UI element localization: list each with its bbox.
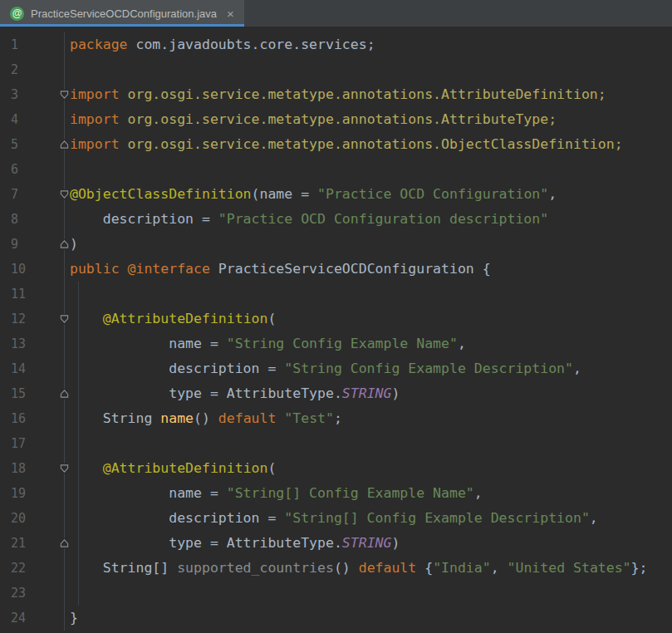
close-tab-icon[interactable]: ×	[227, 7, 234, 20]
line-number[interactable]: 4	[11, 112, 18, 127]
line-number[interactable]: 12	[11, 312, 26, 326]
line-number[interactable]: 24	[11, 611, 26, 626]
code-text[interactable]: @ObjectClassDefinition(name = "Practice …	[65, 182, 557, 207]
code-line[interactable]: 7@ObjectClassDefinition(name = "Practice…	[0, 182, 672, 207]
fold-end-icon[interactable]	[59, 140, 70, 150]
line-number[interactable]: 23	[11, 586, 26, 601]
gutter-cell[interactable]: 16	[0, 406, 65, 431]
gutter-cell[interactable]: 19	[0, 481, 65, 506]
line-number[interactable]: 3	[11, 87, 18, 102]
code-text[interactable]: import org.osgi.service.metatype.annotat…	[65, 132, 623, 157]
gutter-cell[interactable]: 1	[0, 32, 65, 57]
gutter-cell[interactable]: 7	[0, 182, 65, 207]
code-editor[interactable]: 1package com.javadoubts.core.services;23…	[0, 27, 672, 633]
gutter-cell[interactable]: 10	[0, 257, 65, 282]
line-number[interactable]: 6	[11, 162, 18, 177]
code-text[interactable]	[65, 157, 70, 182]
code-line[interactable]: 4import org.osgi.service.metatype.annota…	[0, 107, 672, 132]
gutter-cell[interactable]: 17	[0, 431, 65, 456]
gutter-cell[interactable]: 6	[0, 157, 65, 182]
code-line[interactable]: 3import org.osgi.service.metatype.annota…	[0, 82, 672, 107]
code-text[interactable]: String[] supported_countries() default {…	[65, 556, 647, 581]
line-number[interactable]: 9	[11, 237, 18, 252]
line-number[interactable]: 17	[11, 436, 26, 451]
code-text[interactable]: }	[65, 606, 78, 631]
code-line[interactable]: 11	[0, 282, 672, 307]
gutter-cell[interactable]: 13	[0, 331, 65, 356]
gutter-cell[interactable]: 23	[0, 581, 65, 606]
code-text[interactable]: public @interface PracticeServiceOCDConf…	[65, 257, 491, 282]
gutter-cell[interactable]: 15	[0, 381, 65, 406]
gutter-cell[interactable]: 21	[0, 531, 65, 556]
code-line[interactable]: 6	[0, 157, 672, 182]
code-text[interactable]: import org.osgi.service.metatype.annotat…	[65, 82, 606, 107]
gutter-cell[interactable]: 5	[0, 132, 65, 157]
fold-end-icon[interactable]	[59, 389, 70, 400]
line-number[interactable]: 18	[11, 461, 26, 476]
gutter-cell[interactable]: 22	[0, 556, 65, 581]
code-line[interactable]: 22 String[] supported_countries() defaul…	[0, 556, 672, 581]
line-number[interactable]: 14	[11, 361, 26, 376]
line-number[interactable]: 15	[11, 386, 26, 401]
code-line[interactable]: 2	[0, 57, 672, 82]
code-line[interactable]: 20 description = "String[] Config Exampl…	[0, 506, 672, 531]
line-number[interactable]: 21	[11, 536, 26, 551]
fold-end-icon[interactable]	[59, 538, 70, 549]
code-text[interactable]: description = "String[] Config Example D…	[65, 506, 598, 531]
code-line[interactable]: 5import org.osgi.service.metatype.annota…	[0, 132, 672, 157]
gutter-cell[interactable]: 9	[0, 232, 65, 257]
code-text[interactable]: type = AttributeType.STRING)	[65, 531, 400, 556]
code-text[interactable]	[65, 57, 70, 82]
gutter-cell[interactable]: 20	[0, 506, 65, 531]
gutter-cell[interactable]: 11	[0, 282, 65, 307]
gutter-cell[interactable]: 3	[0, 82, 65, 107]
code-text[interactable]	[65, 282, 70, 307]
code-line[interactable]: 17	[0, 431, 672, 456]
line-number[interactable]: 1	[11, 37, 18, 52]
fold-end-icon[interactable]	[59, 239, 70, 250]
gutter-cell[interactable]: 18	[0, 456, 65, 481]
line-number[interactable]: 11	[11, 287, 26, 302]
line-number[interactable]: 2	[11, 62, 18, 77]
code-text[interactable]	[65, 431, 70, 456]
code-line[interactable]: 10public @interface PracticeServiceOCDCo…	[0, 257, 672, 282]
tab-practice-service-ocd-configuration[interactable]: @ PracticeServiceOCDConfiguration.java ×	[0, 0, 244, 27]
fold-start-icon[interactable]	[59, 189, 70, 200]
line-number[interactable]: 19	[11, 486, 26, 501]
code-line[interactable]: 1package com.javadoubts.core.services;	[0, 32, 672, 57]
code-line[interactable]: 15 type = AttributeType.STRING)	[0, 381, 672, 406]
line-number[interactable]: 13	[11, 336, 26, 351]
code-line[interactable]: 8 description = "Practice OCD Configurat…	[0, 207, 672, 232]
code-text[interactable]: type = AttributeType.STRING)	[65, 381, 400, 406]
code-text[interactable]: name = "String[] Config Example Name",	[65, 481, 483, 506]
code-line[interactable]: 23	[0, 581, 672, 606]
code-line[interactable]: 13 name = "String Config Example Name",	[0, 331, 672, 356]
line-number[interactable]: 16	[11, 411, 26, 426]
line-number[interactable]: 20	[11, 511, 26, 526]
line-number[interactable]: 5	[11, 137, 18, 152]
code-text[interactable]: @AttributeDefinition(	[65, 307, 276, 331]
code-line[interactable]: 16 String name() default "Test";	[0, 406, 672, 431]
code-line[interactable]: 18 @AttributeDefinition(	[0, 456, 672, 481]
code-line[interactable]: 9)	[0, 232, 672, 257]
code-text[interactable]: String name() default "Test";	[65, 406, 342, 431]
fold-start-icon[interactable]	[59, 90, 70, 101]
code-line[interactable]: 21 type = AttributeType.STRING)	[0, 531, 672, 556]
gutter-cell[interactable]: 4	[0, 107, 65, 132]
gutter-cell[interactable]: 24	[0, 606, 65, 631]
code-text[interactable]: package com.javadoubts.core.services;	[65, 32, 375, 57]
code-text[interactable]: description = "Practice OCD Configuratio…	[65, 207, 548, 232]
code-line[interactable]: 24}	[0, 606, 672, 631]
code-line[interactable]: 19 name = "String[] Config Example Name"…	[0, 481, 672, 506]
line-number[interactable]: 7	[11, 187, 18, 202]
line-number[interactable]: 22	[11, 561, 26, 576]
code-text[interactable]: name = "String Config Example Name",	[65, 331, 466, 356]
code-text[interactable]	[65, 581, 70, 606]
fold-start-icon[interactable]	[59, 464, 70, 474]
fold-start-icon[interactable]	[59, 314, 70, 325]
gutter-cell[interactable]: 14	[0, 356, 65, 381]
code-line[interactable]: 14 description = "String Config Example …	[0, 356, 672, 381]
code-line[interactable]: 12 @AttributeDefinition(	[0, 307, 672, 331]
gutter-cell[interactable]: 2	[0, 57, 65, 82]
gutter-cell[interactable]: 8	[0, 207, 65, 232]
